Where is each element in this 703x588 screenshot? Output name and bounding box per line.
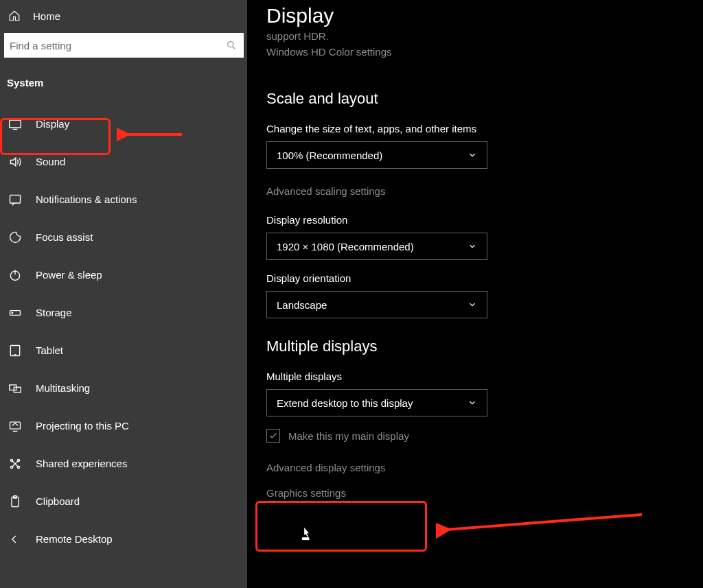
sidebar-item-storage[interactable]: Storage (0, 294, 247, 331)
home-icon (8, 10, 21, 22)
sidebar-item-projecting[interactable]: Projecting to this PC (0, 407, 247, 445)
multitask-icon (8, 381, 22, 395)
chevron-down-icon (468, 150, 477, 160)
orientation-label: Display orientation (266, 272, 703, 284)
dropdown-value: 1920 × 1080 (Recommended) (277, 241, 414, 252)
sidebar-item-label: Focus assist (36, 231, 239, 243)
multiple-displays-heading: Multiple displays (266, 338, 703, 355)
dropdown-value: 100% (Recommended) (277, 150, 382, 161)
search-icon (226, 40, 237, 51)
notifications-icon (8, 193, 22, 207)
sidebar-item-multitasking[interactable]: Multitasking (0, 369, 247, 407)
search-input[interactable] (10, 40, 226, 51)
main-display-label: Make this my main display (288, 430, 409, 442)
advanced-scaling-link[interactable]: Advanced scaling settings (266, 181, 385, 197)
sidebar-item-sound[interactable]: Sound (0, 143, 247, 180)
main-content: Display support HDR. Windows HD Color se… (247, 0, 703, 588)
settings-sidebar: Home System Display (0, 0, 247, 588)
sidebar-nav: Display Sound Notifications & actions Fo… (0, 93, 247, 558)
sidebar-home[interactable]: Home (0, 0, 247, 29)
sidebar-item-display[interactable]: Display (0, 105, 247, 143)
sidebar-item-tablet[interactable]: Tablet (0, 331, 247, 369)
svg-point-5 (12, 312, 13, 314)
hd-color-settings-link[interactable]: Windows HD Color settings (266, 42, 392, 58)
sidebar-item-label: Power & sleep (36, 269, 239, 281)
shared-icon (8, 457, 22, 471)
resolution-dropdown[interactable]: 1920 × 1080 (Recommended) (266, 233, 487, 260)
text-size-dropdown[interactable]: 100% (Recommended) (266, 141, 487, 169)
chevron-down-icon (468, 398, 477, 408)
svg-rect-1 (10, 120, 21, 128)
sidebar-item-label: Tablet (36, 344, 239, 356)
orientation-dropdown[interactable]: Landscape (266, 291, 487, 318)
focus-icon (8, 231, 22, 244)
sidebar-item-clipboard[interactable]: Clipboard (0, 482, 247, 520)
sidebar-item-label: Display (36, 118, 239, 130)
dropdown-value: Extend desktop to this display (277, 397, 413, 409)
sidebar-item-focus[interactable]: Focus assist (0, 218, 247, 256)
svg-rect-2 (10, 195, 21, 203)
sidebar-item-label: Projecting to this PC (36, 420, 239, 432)
sidebar-item-label: Notifications & actions (36, 193, 239, 205)
hdr-truncated-text: support HDR. (266, 30, 703, 42)
text-size-label: Change the size of text, apps, and other… (266, 123, 703, 134)
multiple-displays-label: Multiple displays (266, 371, 703, 382)
chevron-down-icon (468, 300, 477, 309)
sidebar-item-label: Multitasking (36, 382, 239, 394)
sidebar-item-notifications[interactable]: Notifications & actions (0, 180, 247, 218)
sound-icon (8, 155, 22, 169)
sidebar-item-label: Clipboard (36, 495, 239, 507)
projecting-icon (8, 419, 22, 433)
search-box[interactable] (4, 33, 244, 58)
main-display-checkbox-row[interactable]: Make this my main display (266, 429, 703, 443)
remote-icon (8, 532, 22, 546)
multiple-displays-dropdown[interactable]: Extend desktop to this display (266, 389, 487, 416)
sidebar-item-shared[interactable]: Shared experiences (0, 445, 247, 482)
sidebar-item-label: Sound (36, 156, 239, 167)
sidebar-section-system: System (0, 62, 247, 93)
sidebar-item-remote[interactable]: Remote Desktop (0, 520, 247, 558)
svg-point-0 (228, 42, 233, 47)
sidebar-item-power[interactable]: Power & sleep (0, 256, 247, 294)
home-label: Home (33, 10, 60, 22)
resolution-label: Display resolution (266, 214, 703, 226)
checkbox-icon (266, 429, 280, 443)
sidebar-item-label: Storage (36, 307, 239, 318)
display-icon (8, 117, 22, 131)
power-icon (8, 268, 22, 282)
graphics-settings-link[interactable]: Graphics settings (266, 487, 703, 499)
dropdown-value: Landscape (277, 299, 327, 311)
clipboard-icon (8, 495, 22, 508)
storage-icon (8, 306, 22, 320)
sidebar-item-label: Shared experiences (36, 458, 239, 469)
chevron-down-icon (468, 242, 477, 251)
sidebar-item-label: Remote Desktop (36, 533, 239, 545)
scale-layout-heading: Scale and layout (266, 90, 703, 108)
tablet-icon (8, 344, 22, 357)
advanced-display-link[interactable]: Advanced display settings (266, 462, 703, 473)
page-title: Display (266, 0, 703, 33)
